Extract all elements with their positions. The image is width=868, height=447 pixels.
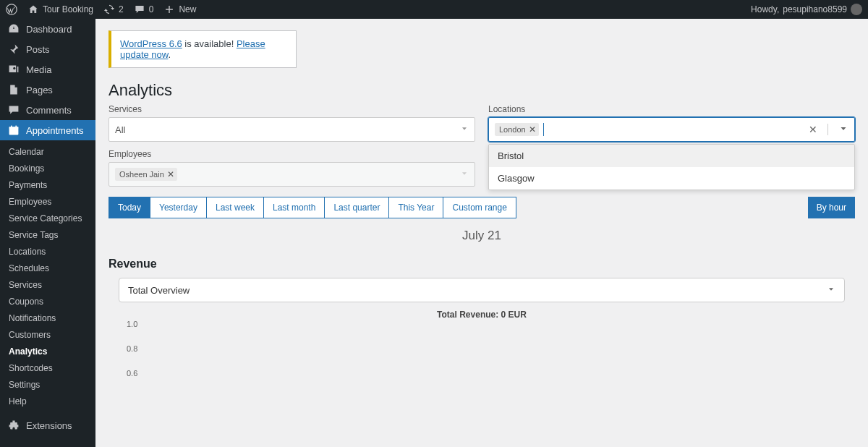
location-option[interactable]: Bristol: [489, 145, 854, 167]
wp-version-link[interactable]: WordPress 6.6: [120, 38, 182, 49]
howdy-link[interactable]: Howdy, pesupihano8599: [751, 4, 862, 15]
sidebar-sub-coupons[interactable]: Coupons: [0, 293, 95, 310]
comment-icon: [134, 4, 145, 15]
svg-rect-5: [15, 126, 17, 128]
sidebar-item-appointments[interactable]: Appointments: [0, 120, 95, 140]
by-hour-button[interactable]: By hour: [808, 197, 855, 218]
sidebar-sub-locations[interactable]: Locations: [0, 243, 95, 260]
howdy-username: pesupihano8599: [783, 4, 847, 14]
new-label: New: [179, 4, 196, 14]
sidebar-item-label: Extensions: [26, 420, 72, 431]
sidebar-sub-bookings[interactable]: Bookings: [0, 160, 95, 176]
sidebar-item-label: Comments: [26, 105, 72, 116]
services-label: Services: [109, 104, 475, 114]
sidebar-sub-calendar[interactable]: Calendar: [0, 143, 95, 160]
range-tab-last-quarter[interactable]: Last quarter: [324, 197, 389, 218]
range-tab-yesterday[interactable]: Yesterday: [150, 197, 207, 218]
wordpress-icon: [6, 4, 17, 15]
sidebar-item-extensions[interactable]: Extensions: [0, 415, 95, 435]
locations-dropdown: BristolGlasgow: [488, 144, 855, 190]
site-name-link[interactable]: Tour Booking: [27, 4, 93, 15]
update-notice: WordPress 6.6 is available! Please updat…: [109, 30, 297, 68]
sidebar-sub-help[interactable]: Help: [0, 393, 95, 409]
revenue-overview-select[interactable]: Total Overview: [119, 278, 845, 302]
notice-text-1: is available!: [182, 38, 237, 49]
chevron-down-icon[interactable]: [838, 124, 848, 136]
sidebar-sub-service-categories[interactable]: Service Categories: [0, 210, 95, 226]
new-link[interactable]: New: [163, 4, 196, 15]
media-icon: [7, 63, 20, 76]
sidebar-item-pages[interactable]: Pages: [0, 80, 95, 100]
comments-icon: [7, 103, 20, 116]
avatar: [851, 4, 862, 15]
location-chip-remove[interactable]: ✕: [529, 124, 536, 135]
wp-logo[interactable]: [6, 4, 17, 15]
sidebar-sub-payments[interactable]: Payments: [0, 176, 95, 193]
employee-chip: Osheen Jain ✕: [115, 168, 177, 181]
range-tab-last-month[interactable]: Last month: [263, 197, 325, 218]
dashboard-icon: [7, 22, 20, 35]
sidebar-sub-services[interactable]: Services: [0, 276, 95, 293]
updates-icon: [103, 4, 115, 15]
updates-link[interactable]: 2: [103, 4, 124, 15]
y-axis-tick: 0.6: [127, 369, 137, 378]
range-tab-last-week[interactable]: Last week: [206, 197, 264, 218]
employee-chip-remove[interactable]: ✕: [167, 169, 174, 179]
chevron-down-icon: [460, 169, 469, 180]
comments-count: 0: [149, 4, 154, 14]
range-tab-custom-range[interactable]: Custom range: [443, 197, 516, 218]
location-chip-label: London: [499, 125, 526, 134]
services-value: All: [115, 124, 125, 135]
location-option[interactable]: Glasgow: [489, 167, 854, 190]
sidebar-sub-schedules[interactable]: Schedules: [0, 260, 95, 276]
chart-title: Total Revenue: 0 EUR: [119, 310, 845, 320]
chevron-down-icon: [460, 124, 469, 135]
sidebar-sub-analytics[interactable]: Analytics: [0, 343, 95, 359]
sidebar-item-label: Pages: [26, 85, 53, 95]
sidebar-item-posts[interactable]: Posts: [0, 39, 95, 59]
employees-label: Employees: [109, 149, 475, 159]
y-axis-tick: 0.8: [127, 344, 137, 353]
page-title: Analytics: [109, 81, 855, 100]
location-chip: London ✕: [495, 123, 539, 136]
pages-icon: [7, 83, 20, 96]
clear-icon[interactable]: ✕: [809, 124, 817, 135]
sidebar-item-label: Appointments: [26, 125, 84, 136]
sidebar-sub-service-tags[interactable]: Service Tags: [0, 226, 95, 243]
sidebar-item-media[interactable]: Media: [0, 59, 95, 80]
range-tab-this-year[interactable]: This Year: [388, 197, 443, 218]
sidebar-sub-employees[interactable]: Employees: [0, 193, 95, 210]
site-name-text: Tour Booking: [43, 4, 93, 14]
locations-label: Locations: [488, 104, 855, 114]
sidebar-sub-settings[interactable]: Settings: [0, 376, 95, 393]
sidebar-sub-notifications[interactable]: Notifications: [0, 310, 95, 326]
range-tab-today[interactable]: Today: [109, 197, 150, 218]
revenue-chart: Total Revenue: 0 EUR 1.00.80.6: [119, 310, 845, 447]
plus-icon: [163, 4, 175, 15]
updates-count: 2: [119, 4, 124, 14]
date-heading: July 21: [109, 229, 855, 243]
sidebar-sub-customers[interactable]: Customers: [0, 326, 95, 343]
chevron-down-icon: [827, 285, 835, 296]
employees-select[interactable]: Osheen Jain ✕: [109, 162, 475, 187]
text-cursor: [543, 123, 544, 136]
svg-point-1: [13, 67, 15, 69]
home-icon: [27, 4, 39, 15]
sidebar-item-comments[interactable]: Comments: [0, 100, 95, 120]
sidebar-item-label: Media: [26, 64, 51, 75]
y-axis-tick: 1.0: [127, 320, 137, 328]
revenue-select-value: Total Overview: [128, 285, 190, 296]
locations-select[interactable]: London ✕ ✕ BristolGlasgow: [488, 117, 855, 142]
sidebar-item-dashboard[interactable]: Dashboard: [0, 19, 95, 39]
sidebar-item-label: Dashboard: [26, 24, 72, 35]
separator: [827, 124, 828, 135]
sidebar-sub-shortcodes[interactable]: Shortcodes: [0, 359, 95, 376]
howdy-prefix: Howdy,: [751, 4, 779, 14]
calendar-icon: [7, 124, 20, 137]
notice-text-2: .: [169, 49, 171, 60]
services-select[interactable]: All: [109, 117, 475, 142]
sidebar-item-label: Posts: [26, 44, 50, 55]
revenue-title: Revenue: [109, 257, 855, 271]
employee-chip-label: Osheen Jain: [119, 170, 164, 179]
comments-link[interactable]: 0: [134, 4, 154, 15]
